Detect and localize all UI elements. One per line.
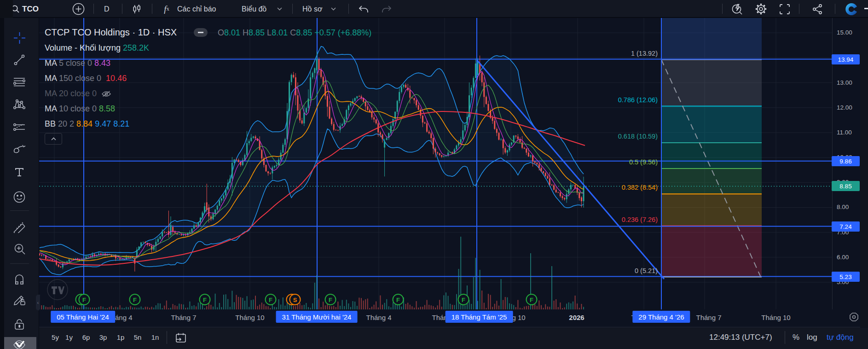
svg-text:0.618 (10.59): 0.618 (10.59)	[618, 133, 658, 140]
svg-text:F: F	[203, 297, 207, 303]
svg-text:F: F	[396, 297, 400, 303]
svg-text:1 (13.92): 1 (13.92)	[631, 50, 658, 57]
svg-text:F: F	[329, 297, 332, 303]
svg-text:F: F	[269, 297, 272, 303]
svg-text:F: F	[530, 297, 533, 303]
svg-text:S: S	[293, 297, 297, 303]
svg-text:0.786 (12.06): 0.786 (12.06)	[618, 96, 658, 104]
svg-text:F: F	[133, 297, 137, 303]
svg-text:0.236 (7.26): 0.236 (7.26)	[622, 216, 658, 223]
svg-text:0.382 (8.54): 0.382 (8.54)	[622, 184, 658, 191]
svg-text:0.5 (9.56): 0.5 (9.56)	[629, 158, 658, 166]
svg-text:F: F	[462, 297, 465, 303]
svg-text:0 (5.21): 0 (5.21)	[635, 267, 658, 274]
svg-text:F: F	[82, 297, 86, 303]
